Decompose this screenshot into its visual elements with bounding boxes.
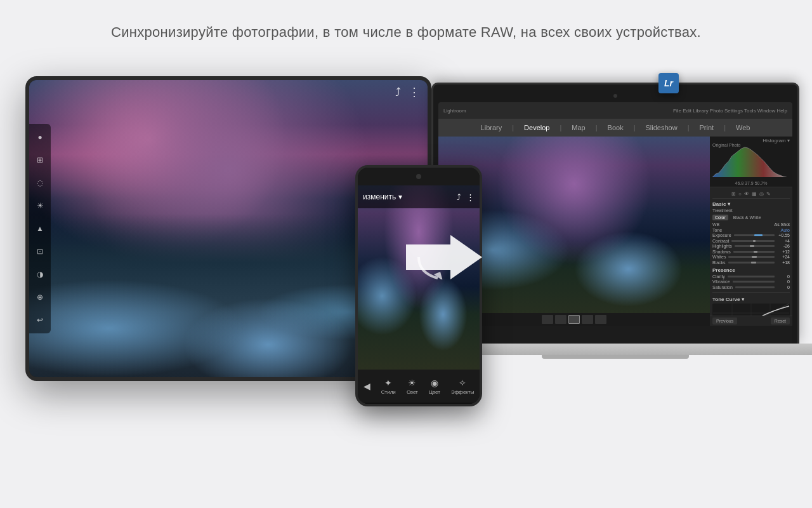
lr-navbar: Library | Develop | Map | Book | Slidesh… xyxy=(438,119,792,137)
lr-tool-crop[interactable]: ⊞ xyxy=(731,191,736,197)
phone-device: изменить ▾ ⤴ ⋮ ◀ ✦ Стили ☀ Свет ◉ Цвет ✧… xyxy=(355,165,482,406)
tablet-side-icon-temp[interactable]: ▲ xyxy=(34,223,46,234)
lr-controls: ⊞ ○ 👁 ▦ ◎ ✎ Basic ▾ Treatment xyxy=(710,187,792,316)
tablet-share-icon[interactable]: ⤴ xyxy=(395,86,401,99)
tablet-side-icon-light[interactable]: ☀ xyxy=(34,200,46,211)
lr-logo-text: Lr xyxy=(664,78,673,88)
lr-wb-value[interactable]: As Shot xyxy=(774,222,790,227)
lr-highlights-value: -26 xyxy=(777,244,790,248)
phone-edit-text[interactable]: изменить ▾ xyxy=(363,192,402,201)
phone-tab-effects[interactable]: ✧ Эффекты xyxy=(451,378,474,395)
lr-histogram-stats: 46.8 37.9 50.7% xyxy=(712,181,790,185)
lr-shadows-row: Shadows +12 xyxy=(712,250,790,254)
phone-header-bar: изменить ▾ ⤴ ⋮ xyxy=(358,185,480,208)
lr-shadows-slider[interactable] xyxy=(733,251,775,253)
phone-bottom-bar: ◀ ✦ Стили ☀ Свет ◉ Цвет ✧ Эффекты xyxy=(358,370,480,403)
tablet-menu-icon[interactable]: ⋮ xyxy=(409,85,420,99)
tablet-side-icon-half[interactable]: ◑ xyxy=(34,269,46,280)
lr-right-panel: Histogram ▾ xyxy=(710,137,792,326)
lr-tool-brush[interactable]: ✎ xyxy=(766,191,771,197)
phone-color-icon: ◉ xyxy=(431,378,438,388)
tablet-side-toolbar: ● ⊞ ◌ ☀ ▲ ⊡ ◑ ⊕ ↩ xyxy=(29,124,51,333)
lr-saturation-label: Saturation xyxy=(712,285,733,290)
phone-camera xyxy=(416,174,421,179)
lr-menubar: Lightroom File Edit Library Photo Settin… xyxy=(438,102,792,119)
phone-menu-icon[interactable]: ⋮ xyxy=(466,192,475,202)
phone-tab-color[interactable]: ◉ Цвет xyxy=(429,378,440,395)
lr-nav-develop[interactable]: Develop xyxy=(524,124,549,131)
lr-highlights-row: Highlights -26 xyxy=(712,244,790,248)
lr-treatment-row: Treatment xyxy=(712,208,790,213)
lr-clarity-slider[interactable] xyxy=(728,276,775,277)
laptop-stand xyxy=(542,355,689,359)
lr-tone-auto[interactable]: Auto xyxy=(781,228,790,232)
phone-tab-styles[interactable]: ✦ Стили xyxy=(381,378,396,395)
lr-vibrance-slider[interactable] xyxy=(733,281,775,283)
lr-saturation-row: Saturation 0 xyxy=(712,285,790,290)
lr-nav-slideshow[interactable]: Slideshow xyxy=(646,124,678,131)
tablet-side-icon-fx[interactable]: ⊕ xyxy=(34,291,46,303)
lr-basic-title: Basic ▾ xyxy=(712,201,790,207)
lr-blacks-slider[interactable] xyxy=(728,262,775,264)
laptop-screen: Lightroom File Edit Library Photo Settin… xyxy=(438,102,792,344)
laptop-camera-bar xyxy=(438,90,792,102)
lr-vibrance-label: Vibrance xyxy=(712,279,730,284)
lr-nav-map[interactable]: Map xyxy=(572,124,585,131)
lr-tool-grad[interactable]: ▦ xyxy=(752,191,757,197)
lr-nav-library[interactable]: Library xyxy=(481,124,502,131)
tablet-toolbar: ⤴ ⋮ xyxy=(395,85,420,99)
lr-tool-radial[interactable]: ◎ xyxy=(759,191,764,197)
tablet-side-icon-2[interactable]: ◌ xyxy=(34,177,46,189)
lr-wb-label: WB xyxy=(712,222,719,227)
lr-tool-redeye[interactable]: 👁 xyxy=(744,191,749,197)
lr-color-tab[interactable]: Color xyxy=(712,215,728,220)
lr-tool-spot[interactable]: ○ xyxy=(738,191,742,197)
lr-blacks-row: Blacks +18 xyxy=(712,260,790,265)
phone-home-indicator xyxy=(406,404,431,406)
lr-highlights-slider[interactable] xyxy=(735,245,775,247)
lr-blacks-label: Blacks xyxy=(712,260,726,265)
lr-highlights-label: Highlights xyxy=(712,244,732,248)
lr-exposure-label: Exposure xyxy=(712,233,731,237)
phone-styles-label: Стили xyxy=(381,389,396,395)
lr-saturation-slider[interactable] xyxy=(735,286,775,288)
lr-presence-title: Presence xyxy=(712,267,790,273)
lr-vibrance-value: 0 xyxy=(777,279,790,284)
lr-clarity-value: 0 xyxy=(777,274,790,279)
lr-contrast-value: +4 xyxy=(777,239,790,243)
lr-previous-btn[interactable]: Previous xyxy=(712,318,737,324)
lr-contrast-row: Contrast +4 xyxy=(712,239,790,243)
laptop-device: Lightroom File Edit Library Photo Settin… xyxy=(431,83,799,359)
phone-back-icon: ◀ xyxy=(363,381,370,391)
phone-effects-label: Эффекты xyxy=(451,389,474,395)
lr-contrast-slider[interactable] xyxy=(731,240,775,242)
lr-main-area: Histogram ▾ xyxy=(438,137,792,326)
lr-treatment-tabs: Color Black & White xyxy=(712,215,790,220)
phone-share-icon[interactable]: ⤴ xyxy=(457,192,461,202)
lr-exposure-row: Exposure +0.55 xyxy=(712,233,790,237)
lr-nav-book[interactable]: Book xyxy=(608,124,624,131)
tablet-side-icon-1[interactable]: ● xyxy=(34,131,46,143)
laptop-bezel: Lightroom File Edit Library Photo Settin… xyxy=(431,83,799,344)
lr-original-label: Original Photo xyxy=(712,143,740,147)
lr-whites-label: Whites xyxy=(712,255,726,259)
lr-shadows-value: +12 xyxy=(777,250,790,254)
lr-saturation-value: 0 xyxy=(777,285,790,290)
phone-header-icons: ⤴ ⋮ xyxy=(457,192,475,202)
lr-tone-label: Tone xyxy=(712,228,722,232)
lr-exposure-slider[interactable] xyxy=(734,234,775,236)
lr-whites-slider[interactable] xyxy=(728,256,775,258)
phone-tab-back[interactable]: ◀ xyxy=(363,381,370,391)
lr-reset-btn[interactable]: Reset xyxy=(771,318,790,324)
lr-nav-print[interactable]: Print xyxy=(700,124,714,131)
lr-histogram: Histogram ▾ xyxy=(710,137,792,187)
tablet-side-icon-undo[interactable]: ↩ xyxy=(34,314,46,326)
lr-bw-tab[interactable]: Black & White xyxy=(731,215,764,220)
phone-tab-light[interactable]: ☀ Свет xyxy=(407,378,418,395)
tablet-side-icon-crop[interactable]: ⊞ xyxy=(34,154,46,166)
lr-tone-curve-title: Tone Curve ▾ xyxy=(712,297,790,302)
tablet-side-icon-frame[interactable]: ⊡ xyxy=(34,246,46,257)
lr-bottom-bar: Previous Reset xyxy=(710,316,792,326)
lr-nav-web[interactable]: Web xyxy=(736,124,750,131)
phone-top-bar xyxy=(358,168,480,185)
